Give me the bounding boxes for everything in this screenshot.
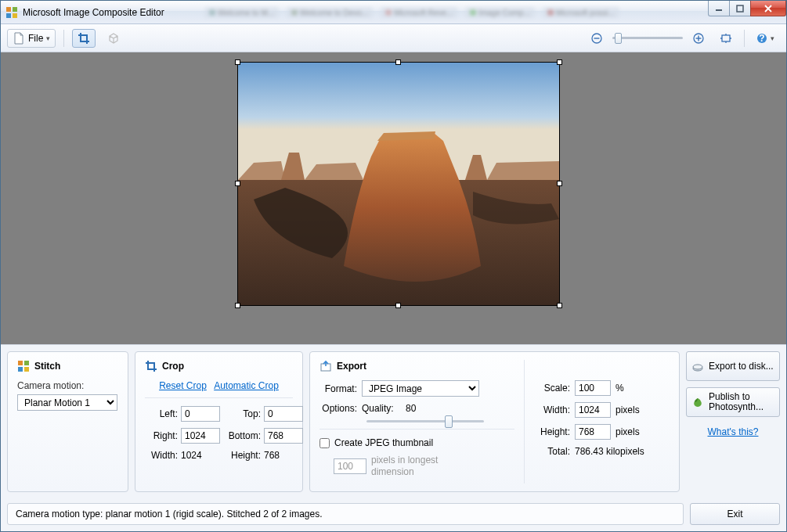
file-menu-label: File [28,33,43,44]
exit-button[interactable]: Exit [690,503,780,525]
crop-left-input[interactable] [181,406,220,422]
file-menu-button[interactable]: File ▾ [7,29,56,48]
minus-circle-icon [591,33,602,44]
crop-bottom-label: Bottom: [223,430,261,441]
handle-mid-right[interactable] [557,181,562,186]
automatic-crop-link[interactable]: Automatic Crop [214,380,279,391]
handle-bot-mid[interactable] [395,303,401,308]
zoom-slider[interactable] [612,37,683,39]
create-thumbnail-checkbox[interactable] [319,438,330,448]
plus-circle-icon [693,33,704,44]
crop-heading: Crop [162,361,184,372]
quality-value: 80 [406,403,416,414]
crop-selection[interactable] [237,62,560,306]
total-value: 786.43 kilopixels [575,446,644,457]
crop-tool-button[interactable] [72,29,96,48]
app-title: Microsoft Image Composite Editor [23,7,164,18]
stitch-icon [17,360,30,372]
svg-rect-17 [24,361,29,365]
crop-left-label: Left: [145,408,178,419]
crop-top-input[interactable] [264,406,303,422]
svg-point-22 [693,365,702,369]
whats-this-link[interactable]: What's this? [708,426,759,437]
fit-screen-button[interactable] [714,29,738,48]
crop-bottom-input[interactable] [264,428,303,444]
chevron-down-icon: ▾ [46,34,50,42]
fit-screen-icon [720,33,732,44]
camera-motion-select[interactable]: Planar Motion 1 [17,394,117,411]
create-thumbnail-label: Create JPEG thumbnail [334,437,433,448]
total-label: Total: [536,446,570,457]
crop-width-label: Width: [145,450,178,461]
stitch-panel: Stitch Camera motion: Planar Motion 1 [7,351,128,492]
background-tabs-blur: Welcome to M... Welcome to Devo... Micro… [204,7,619,18]
svg-rect-18 [18,367,23,372]
svg-rect-11 [722,35,730,41]
thumb-size-input [334,458,366,474]
statusbar: Camera motion type: planar motion 1 (rig… [1,498,786,531]
quality-slider[interactable] [366,420,484,422]
photosynth-icon [691,396,704,408]
publish-photosynth-label: Publish to Photosynth... [709,392,774,412]
export-icon [319,360,332,372]
zoom-in-button[interactable] [688,29,709,48]
zoom-slider-thumb[interactable] [615,33,622,44]
handle-bot-right[interactable] [557,303,562,308]
crop-icon [145,360,157,372]
panorama-image [238,63,559,305]
crop-icon [78,32,90,45]
export-to-disk-label: Export to disk... [709,361,774,372]
handle-top-right[interactable] [557,59,562,65]
divider [319,429,514,430]
export-to-disk-button[interactable]: Export to disk... [686,351,780,381]
scale-unit: % [616,383,624,394]
stitch-heading: Stitch [34,361,60,372]
canvas[interactable] [1,52,786,344]
svg-rect-7 [594,38,600,38]
svg-rect-1 [13,7,17,12]
quality-slider-thumb[interactable] [445,415,453,428]
svg-rect-16 [18,361,23,365]
disk-icon [691,360,704,372]
scale-input[interactable] [575,380,611,396]
format-select[interactable]: JPEG Image [362,380,479,397]
status-text: Camera motion type: planar motion 1 (rig… [7,503,684,525]
handle-bot-left[interactable] [235,303,240,308]
crop-right-input[interactable] [181,428,220,444]
publish-photosynth-button[interactable]: Publish to Photosynth... [686,387,780,417]
px-unit: pixels [616,426,640,437]
toolbar: File ▾ ?▾ [1,24,786,52]
close-button[interactable] [750,1,786,16]
handle-mid-left[interactable] [235,181,240,186]
export-width-label: Width: [536,404,570,415]
svg-rect-19 [24,367,29,372]
camera-motion-label: Camera motion: [17,380,118,391]
svg-rect-4 [716,9,722,11]
svg-rect-2 [6,13,11,18]
app-window: Microsoft Image Composite Editor Welcome… [0,0,787,532]
format-label: Format: [319,383,357,394]
minimize-button[interactable] [708,1,730,16]
side-buttons: Export to disk... Publish to Photosynth.… [686,351,780,492]
crop-width-value: 1024 [181,450,220,461]
export-height-input[interactable] [575,424,611,440]
reset-crop-link[interactable]: Reset Crop [159,380,207,391]
svg-rect-3 [13,13,17,18]
app-icon [5,6,18,19]
px-unit: pixels [616,404,640,415]
handle-top-left[interactable] [235,59,240,65]
help-button[interactable]: ?▾ [751,29,780,48]
new-file-icon [13,32,25,45]
zoom-out-button[interactable] [586,29,608,48]
handle-top-mid[interactable] [395,59,401,65]
3d-view-button[interactable] [102,29,125,48]
crop-top-label: Top: [223,408,261,419]
separator [744,30,745,47]
crop-height-value: 768 [264,450,303,461]
options-label: Options: [319,403,357,414]
export-width-input[interactable] [575,402,611,418]
thumb-size-label: pixels in longest dimension [371,455,457,477]
help-icon: ? [756,33,767,44]
maximize-button[interactable] [729,1,751,16]
svg-rect-5 [737,5,743,12]
